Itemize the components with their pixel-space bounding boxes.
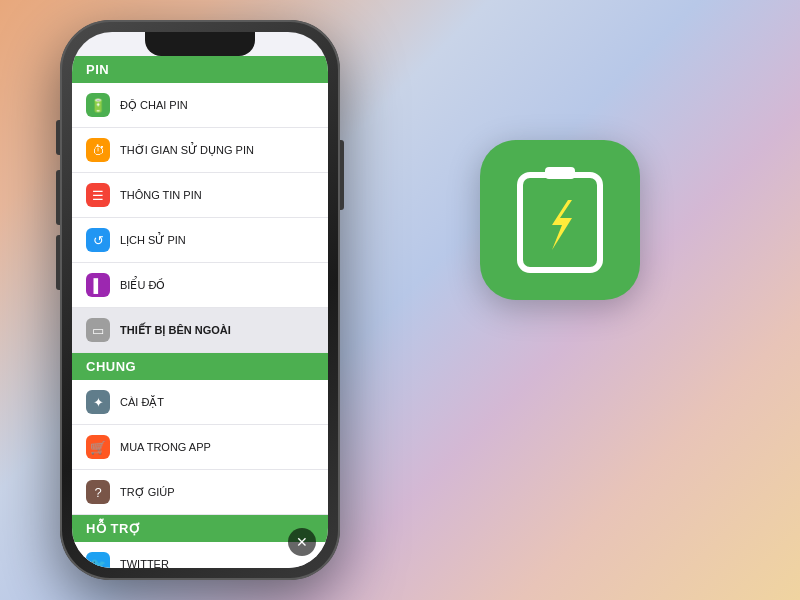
chart-icon: ▌ — [86, 273, 110, 297]
power-button — [340, 140, 344, 210]
twitter-icon: 🐦 — [86, 552, 110, 568]
silent-switch — [56, 120, 60, 155]
menu-item-mua-trong-app[interactable]: 🛒 MUA TRONG APP — [72, 425, 328, 470]
menu-item-lich-su-pin[interactable]: ↺ LỊCH SỬ PIN — [72, 218, 328, 263]
menu-label-lich-su-pin: LỊCH SỬ PIN — [120, 234, 186, 247]
menu-item-thong-tin-pin[interactable]: ☰ THÔNG TIN PIN — [72, 173, 328, 218]
volume-up-button — [56, 170, 60, 225]
phone-screen: PIN 🔋 ĐỘ CHAI PIN ⏱ THỜI GIAN SỬ DỤNG PI… — [72, 32, 328, 568]
volume-down-button — [56, 235, 60, 290]
menu-label-twitter: TWITTER — [120, 558, 169, 568]
notch — [145, 32, 255, 56]
phone-frame: PIN 🔋 ĐỘ CHAI PIN ⏱ THỜI GIAN SỬ DỤNG PI… — [60, 20, 340, 580]
menu-item-tro-giup[interactable]: ? TRỢ GIÚP — [72, 470, 328, 515]
section-header-chung: CHUNG — [72, 353, 328, 380]
menu-item-thoi-gian[interactable]: ⏱ THỜI GIAN SỬ DỤNG PIN — [72, 128, 328, 173]
close-button[interactable]: ✕ — [288, 528, 316, 556]
history-icon: ↺ — [86, 228, 110, 252]
device-icon: ▭ — [86, 318, 110, 342]
shop-icon: 🛒 — [86, 435, 110, 459]
battery-svg-icon — [510, 160, 610, 280]
menu-item-do-chai-pin[interactable]: 🔋 ĐỘ CHAI PIN — [72, 83, 328, 128]
app-icon — [480, 140, 640, 300]
screen-content: PIN 🔋 ĐỘ CHAI PIN ⏱ THỜI GIAN SỬ DỤNG PI… — [72, 56, 328, 568]
menu-item-thiet-bi-ben-ngoai[interactable]: ▭ THIẾT BỊ BÊN NGOÀI — [72, 308, 328, 353]
phone: PIN 🔋 ĐỘ CHAI PIN ⏱ THỜI GIAN SỬ DỤNG PI… — [60, 20, 340, 580]
menu-label-thoi-gian: THỜI GIAN SỬ DỤNG PIN — [120, 144, 254, 157]
menu-item-cai-dat[interactable]: ✦ CÀI ĐẶT — [72, 380, 328, 425]
menu-label-cai-dat: CÀI ĐẶT — [120, 396, 164, 409]
settings-icon: ✦ — [86, 390, 110, 414]
help-icon: ? — [86, 480, 110, 504]
menu-label-tro-giup: TRỢ GIÚP — [120, 486, 175, 499]
menu-label-mua-trong-app: MUA TRONG APP — [120, 441, 211, 453]
svg-marker-2 — [552, 200, 572, 250]
menu-label-do-chai-pin: ĐỘ CHAI PIN — [120, 99, 188, 112]
menu-label-bieu-do: BIỂU ĐỒ — [120, 279, 165, 292]
battery-wear-icon: 🔋 — [86, 93, 110, 117]
menu-label-thiet-bi-ben-ngoai: THIẾT BỊ BÊN NGOÀI — [120, 324, 231, 337]
app-icon-container — [480, 140, 640, 300]
menu-item-bieu-do[interactable]: ▌ BIỂU ĐỒ — [72, 263, 328, 308]
svg-rect-1 — [545, 167, 575, 179]
time-icon: ⏱ — [86, 138, 110, 162]
section-header-pin: PIN — [72, 56, 328, 83]
menu-label-thong-tin-pin: THÔNG TIN PIN — [120, 189, 202, 201]
info-icon: ☰ — [86, 183, 110, 207]
